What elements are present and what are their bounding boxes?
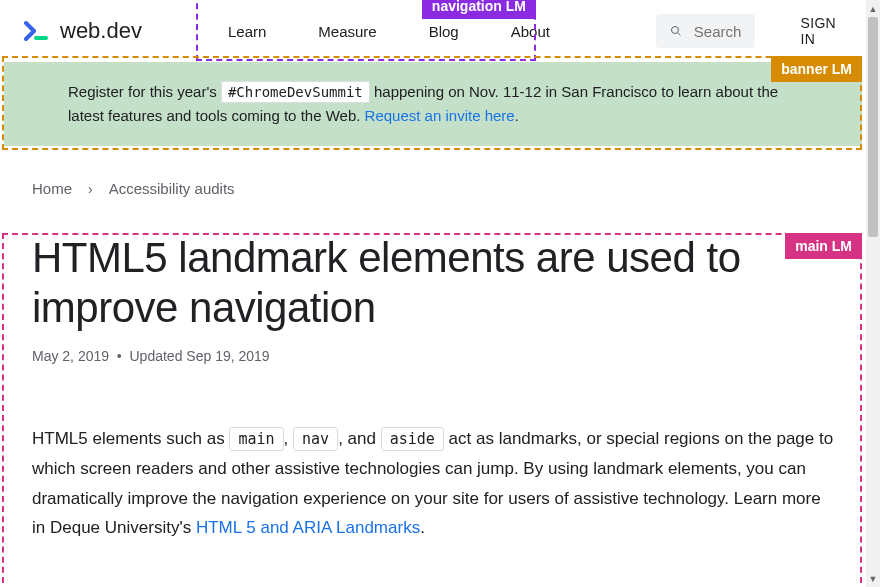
search-icon [670, 22, 682, 40]
scrollbar-down-icon[interactable]: ▼ [866, 570, 880, 587]
scrollbar-track[interactable]: ▲ ▼ [866, 0, 880, 587]
breadcrumb-accessibility-audits[interactable]: Accessibility audits [109, 180, 235, 197]
nav-learn[interactable]: Learn [202, 3, 292, 60]
scrollbar-thumb[interactable] [868, 17, 878, 237]
link-deque-landmarks[interactable]: HTML 5 and ARIA Landmarks [196, 518, 420, 537]
header: web.dev Learn Measure Blog About navigat… [0, 0, 866, 62]
article-meta: May 2, 2019 • Updated Sep 19, 2019 [32, 348, 834, 364]
webdev-logo-icon [24, 19, 52, 43]
banner-link[interactable]: Request an invite here [365, 107, 515, 124]
search-box[interactable] [656, 14, 755, 48]
svg-point-0 [671, 27, 678, 34]
nav-measure[interactable]: Measure [292, 3, 402, 60]
nav-blog[interactable]: Blog [403, 3, 485, 60]
main-content: HTML5 landmark elements are used to impr… [4, 233, 862, 543]
search-input[interactable] [694, 23, 741, 40]
scrollbar-up-icon[interactable]: ▲ [866, 0, 880, 17]
article-body: HTML5 elements such as main, nav, and as… [32, 424, 834, 543]
banner-hashtag: #ChromeDevSummit [221, 81, 370, 103]
code-aside: aside [381, 427, 444, 451]
nav-about[interactable]: About [485, 3, 576, 60]
signin-button[interactable]: SIGN IN [795, 15, 842, 47]
breadcrumb-home[interactable]: Home [32, 180, 72, 197]
page-title: HTML5 landmark elements are used to impr… [32, 233, 834, 332]
banner: Register for this year's #ChromeDevSummi… [4, 62, 862, 146]
code-nav: nav [293, 427, 338, 451]
code-main: main [229, 427, 283, 451]
banner-text-pre: Register for this year's [68, 83, 221, 100]
breadcrumb: Home › Accessibility audits [0, 152, 866, 215]
banner-text-post: . [515, 107, 519, 124]
chevron-right-icon: › [88, 181, 93, 197]
nav: Learn Measure Blog About navigation LM [202, 3, 576, 60]
svg-line-1 [677, 32, 680, 35]
logo[interactable]: web.dev [24, 18, 142, 44]
logo-text: web.dev [60, 18, 142, 44]
